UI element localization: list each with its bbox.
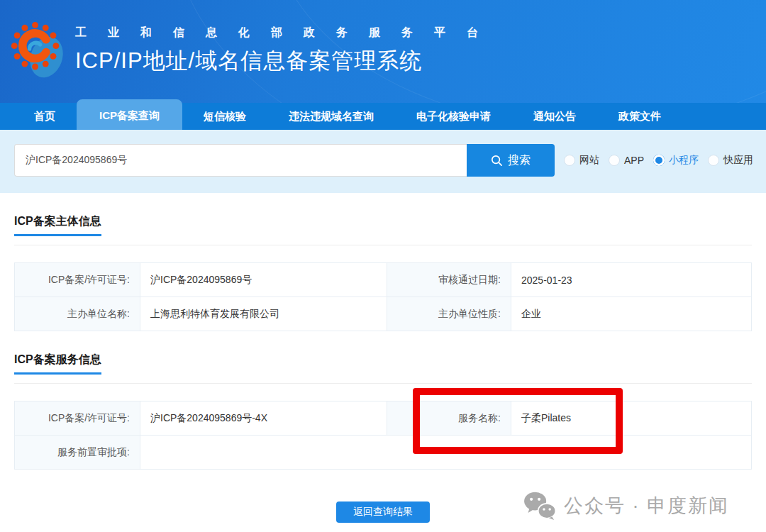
organizer-name-value: 上海思利特体育发展有限公司 <box>140 297 387 331</box>
search-section: 搜索 网站 APP 小程序 快应用 <box>0 130 766 193</box>
radio-circle-icon <box>564 155 575 166</box>
pre-approval-value <box>140 436 752 470</box>
radio-website-label: 网站 <box>579 154 599 167</box>
section-divider <box>14 245 752 245</box>
service-name-value: 子柔Pilates <box>511 401 752 436</box>
main-content: ICP备案主体信息 ICP备案/许可证号: 沪ICP备2024095869号 审… <box>0 214 766 532</box>
page-header: 工业和信息化部政务服务平台 ICP/IP地址/域名信息备案管理系统 <box>0 0 766 103</box>
radio-circle-icon <box>708 155 719 166</box>
nav-item-illegal-domain-query[interactable]: 违法违规域名查询 <box>267 103 395 130</box>
system-title: ICP/IP地址/域名信息备案管理系统 <box>75 46 499 76</box>
radio-quickapp[interactable]: 快应用 <box>708 154 753 167</box>
section-divider <box>14 383 752 384</box>
platform-title: 工业和信息化部政务服务平台 <box>75 26 499 40</box>
approval-date-value: 2025-01-23 <box>511 263 752 297</box>
subject-license-label: ICP备案/许可证号: <box>15 263 140 297</box>
nav-item-policy-files[interactable]: 政策文件 <box>597 103 682 130</box>
nav-item-notices[interactable]: 通知公告 <box>512 103 597 130</box>
subject-info-table: ICP备案/许可证号: 沪ICP备2024095869号 审核通过日期: 202… <box>14 262 752 331</box>
miit-gear-logo-icon <box>10 16 67 84</box>
organizer-name-label: 主办单位名称: <box>15 297 140 331</box>
service-license-value: 沪ICP备2024095869号-4X <box>140 401 387 436</box>
nav-item-sms-verify[interactable]: 短信核验 <box>182 103 267 130</box>
service-license-label: ICP备案/许可证号: <box>15 401 140 436</box>
main-nav: 首页 ICP备案查询 短信核验 违法违规域名查询 电子化核验申请 通知公告 政策… <box>0 103 766 130</box>
subject-section-title: ICP备案主体信息 <box>14 214 101 236</box>
nav-item-home[interactable]: 首页 <box>13 103 77 130</box>
radio-miniprogram-label: 小程序 <box>669 154 699 167</box>
service-section-title: ICP备案服务信息 <box>14 353 101 375</box>
search-icon <box>491 155 503 167</box>
radio-miniprogram[interactable]: 小程序 <box>653 154 699 167</box>
footer-row: 返回查询结果 公众号 · 申度新闻 <box>14 501 752 532</box>
search-button[interactable]: 搜索 <box>467 144 555 177</box>
radio-quickapp-label: 快应用 <box>723 154 753 167</box>
radio-circle-icon <box>653 155 665 166</box>
service-info-table: ICP备案/许可证号: 沪ICP备2024095869号-4X 服务名称: 子柔… <box>14 401 752 470</box>
wechat-icon <box>523 491 557 521</box>
back-to-results-button[interactable]: 返回查询结果 <box>336 501 430 523</box>
table-row: ICP备案/许可证号: 沪ICP备2024095869号 审核通过日期: 202… <box>15 263 752 297</box>
radio-circle-icon <box>609 155 620 166</box>
radio-website[interactable]: 网站 <box>564 154 599 167</box>
search-button-label: 搜索 <box>508 153 531 168</box>
organizer-nature-label: 主办单位性质: <box>387 297 511 331</box>
radio-app-label: APP <box>624 155 644 166</box>
table-row: ICP备案/许可证号: 沪ICP备2024095869号-4X 服务名称: 子柔… <box>15 401 752 436</box>
approval-date-label: 审核通过日期: <box>387 263 511 297</box>
nav-item-icp-query[interactable]: ICP备案查询 <box>77 99 182 130</box>
pre-approval-label: 服务前置审批项: <box>15 436 140 470</box>
search-input[interactable] <box>14 144 467 177</box>
table-row: 主办单位名称: 上海思利特体育发展有限公司 主办单位性质: 企业 <box>15 297 752 331</box>
subject-license-value: 沪ICP备2024095869号 <box>140 263 387 297</box>
organizer-nature-value: 企业 <box>511 297 752 331</box>
icp-beian-page: 工业和信息化部政务服务平台 ICP/IP地址/域名信息备案管理系统 首页 ICP… <box>0 0 766 532</box>
radio-app[interactable]: APP <box>609 155 644 166</box>
watermark-text: 公众号 · 申度新闻 <box>564 493 729 519</box>
watermark: 公众号 · 申度新闻 <box>523 491 729 521</box>
table-row: 服务前置审批项: <box>15 436 752 470</box>
service-name-label: 服务名称: <box>387 401 511 436</box>
search-type-group: 网站 APP 小程序 快应用 <box>564 144 753 177</box>
nav-item-e-verify-apply[interactable]: 电子化核验申请 <box>395 103 512 130</box>
